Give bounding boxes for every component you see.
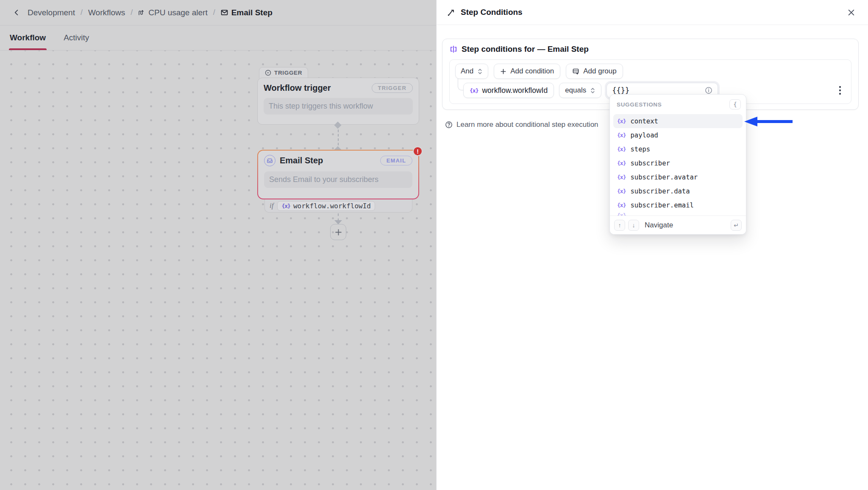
- panel-header: Step Conditions: [437, 0, 868, 25]
- workflow-canvas[interactable]: TRIGGER Workflow trigger TRIGGER This st…: [0, 50, 436, 490]
- info-icon[interactable]: [705, 87, 712, 94]
- suggestions-list: {x} context {x} payload {x} steps {x} su…: [610, 112, 746, 218]
- suggestion-item-context[interactable]: {x} context: [613, 114, 743, 128]
- arrow-up-key-icon: ↑: [614, 220, 625, 231]
- add-group-icon: [572, 68, 579, 75]
- card-title-row: Step conditions for — Email Step: [449, 45, 851, 54]
- breadcrumb-item-cpu-usage-alert[interactable]: CPU usage alert: [138, 8, 207, 17]
- workflow-editor: Development / Workflows / CPU usage aler…: [0, 0, 436, 490]
- chevron-updown-icon: [477, 68, 483, 75]
- breadcrumb-separator: /: [81, 8, 83, 17]
- row-menu-button[interactable]: [837, 84, 843, 96]
- breadcrumb-separator: /: [213, 8, 215, 17]
- variable-icon: {x}: [617, 160, 626, 166]
- suggestion-item-subscriber-email[interactable]: {x} subscriber.email: [613, 198, 743, 212]
- suggestion-item-subscriber[interactable]: {x} subscriber: [613, 156, 743, 170]
- add-group-button[interactable]: Add group: [566, 64, 623, 79]
- variable-icon: {x}: [617, 202, 626, 208]
- panel-title: Step Conditions: [461, 8, 523, 17]
- suggestions-popover: SUGGESTIONS { {x} context {x} payload {x…: [609, 94, 746, 235]
- tab-activity[interactable]: Activity: [64, 25, 89, 50]
- condition-variable-chip[interactable]: {x} workflow.workflowId: [277, 201, 375, 211]
- route-icon: [447, 8, 455, 17]
- trigger-node-title: Workflow trigger: [264, 83, 331, 93]
- email-node-subtitle: Sends Email to your subscribers: [264, 171, 412, 188]
- help-circle-icon: [445, 121, 453, 129]
- suggestion-item-payload[interactable]: {x} payload: [613, 128, 743, 142]
- condition-field-chip[interactable]: {x} workflow.workflowId: [463, 83, 554, 98]
- variable-icon: {x}: [617, 146, 626, 152]
- card-title: Step conditions for — Email Step: [462, 45, 589, 54]
- variable-icon: {x}: [617, 118, 626, 124]
- trigger-node[interactable]: Workflow trigger TRIGGER This step trigg…: [257, 78, 419, 125]
- breadcrumb-item-development[interactable]: Development: [28, 8, 75, 17]
- tab-bar: Workflow Activity: [0, 25, 436, 50]
- suggestions-header: SUGGESTIONS {: [610, 95, 746, 112]
- back-button[interactable]: [11, 7, 22, 18]
- if-keyword: if: [270, 202, 273, 210]
- workflow-icon: [138, 9, 145, 16]
- add-step-button[interactable]: [330, 224, 346, 240]
- close-icon[interactable]: [845, 6, 857, 19]
- operator-select[interactable]: And: [455, 64, 488, 79]
- plus-icon: [335, 229, 342, 236]
- annotation-arrow: [744, 116, 793, 127]
- breadcrumb-item-email-step: Email Step: [221, 8, 273, 17]
- suggestion-item-subscriber-avatar[interactable]: {x} subscriber.avatar: [613, 170, 743, 184]
- brace-badge: {: [729, 99, 741, 109]
- variable-icon: {x}: [617, 132, 626, 138]
- add-condition-button[interactable]: Add condition: [494, 64, 560, 79]
- condition-split-icon: [449, 45, 458, 53]
- condition-operator-select[interactable]: equals: [559, 83, 601, 98]
- navigate-label: Navigate: [645, 221, 673, 230]
- chevron-left-icon: [14, 9, 20, 16]
- error-badge: !: [413, 146, 423, 156]
- email-node-title: Email Step: [264, 155, 323, 166]
- email-node[interactable]: Email Step EMAIL Sends Email to your sub…: [257, 150, 419, 199]
- email-node-badge: EMAIL: [380, 156, 412, 165]
- step-condition-bar[interactable]: if {x} workflow.workflowId: [264, 199, 412, 213]
- play-circle-icon: [265, 70, 271, 76]
- breadcrumb: Development / Workflows / CPU usage aler…: [0, 0, 436, 25]
- arrow-down-key-icon: ↓: [628, 220, 639, 231]
- variable-icon: {x}: [617, 174, 626, 180]
- variable-icon: {x}: [281, 203, 290, 209]
- suggestions-footer: ↑ ↓ Navigate ↵: [610, 216, 746, 234]
- breadcrumb-separator: /: [131, 8, 133, 17]
- email-step-icon: [264, 155, 275, 166]
- trigger-tag: TRIGGER: [259, 67, 308, 78]
- email-icon: [221, 9, 228, 16]
- tree-connector: [458, 78, 463, 90]
- trigger-node-badge: TRIGGER: [372, 83, 413, 93]
- chevron-updown-icon: [590, 87, 595, 94]
- suggestion-item-steps[interactable]: {x} steps: [613, 142, 743, 156]
- tab-workflow[interactable]: Workflow: [10, 25, 46, 50]
- variable-icon: {x}: [470, 87, 478, 94]
- plus-icon: [500, 68, 506, 75]
- suggestion-item-subscriber-data[interactable]: {x} subscriber.data: [613, 184, 743, 198]
- learn-more-link[interactable]: Learn more about conditional step execut…: [445, 120, 598, 129]
- step-conditions-panel: Step Conditions Step conditions for — Em…: [436, 0, 868, 490]
- breadcrumb-item-workflows[interactable]: Workflows: [88, 8, 125, 17]
- variable-icon: {x}: [617, 188, 626, 194]
- trigger-node-subtitle: This step triggers this workflow: [264, 98, 413, 115]
- enter-key-icon: ↵: [731, 220, 742, 231]
